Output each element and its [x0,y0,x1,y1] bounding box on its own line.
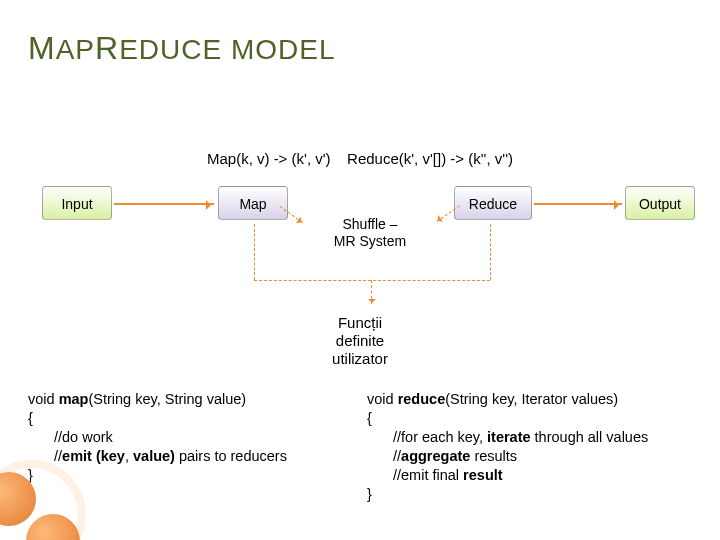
t: reduce [398,391,446,407]
t: //emit final [393,467,463,483]
reduce-signature: Reduce(k', v'[]) -> (k'', v'') [347,150,513,167]
t: { [367,410,372,426]
t: //for each key, iterate through all valu… [367,428,692,447]
input-box: Input [42,186,112,220]
t: pairs to reducers [175,448,287,464]
code-row: void map(String key, String value) { //d… [28,390,692,504]
t: } [367,486,372,502]
t: //aggregate results [367,447,692,466]
dash-bridge [254,280,490,281]
map-signature: Map(k, v) -> (k', v') [207,150,331,167]
t: emit (key [62,448,125,464]
t: //emit final result [367,466,692,485]
t: (String key, String value) [88,391,246,407]
t: // [393,448,401,464]
t: map [59,391,89,407]
t: (String key, Iterator values) [445,391,618,407]
t: iterate [487,429,531,445]
t: //emit (key, value) pairs to reducers [28,447,353,466]
t: through all values [531,429,649,445]
user-defined-label: Funcții definite utilizator [0,314,720,368]
t: //for each key, [393,429,487,445]
t: void [28,391,59,407]
title-rest: EDUCE MODEL [119,34,335,65]
title-ap: AP [56,34,95,65]
t: results [470,448,517,464]
funcdef-l2: definite [0,332,720,350]
t: value) [133,448,175,464]
dash-down-right [490,224,491,280]
slide: MAPREDUCE MODEL Map(k, v) -> (k', v') Re… [0,0,720,540]
funcdef-l3: utilizator [0,350,720,368]
page-title: MAPREDUCE MODEL [28,30,692,67]
reduce-code: void reduce(String key, Iterator values)… [367,390,692,504]
dash-arrow-down [371,280,372,304]
t: { [28,410,33,426]
shuffle-l1: Shuffle – [294,216,446,233]
arrow-input-map [114,203,214,205]
t: , [125,448,133,464]
flow-diagram: Input Map Reduce Output Shuffle – MR Sys… [0,186,720,252]
output-box: Output [625,186,695,220]
reduce-box: Reduce [454,186,532,220]
arrow-reduce-output [534,203,622,205]
t: // [54,448,62,464]
dash-down-left [254,224,255,280]
map-box: Map [218,186,288,220]
t: void [367,391,398,407]
t: //do work [28,428,353,447]
shuffle-l2: MR System [294,233,446,250]
title-cap-m: M [28,30,56,66]
shuffle-label: Shuffle – MR System [294,216,446,250]
signature-row: Map(k, v) -> (k', v') Reduce(k', v'[]) -… [0,150,720,168]
t: result [463,467,503,483]
title-cap-r: R [95,30,119,66]
funcdef-l1: Funcții [0,314,720,332]
t: aggregate [401,448,470,464]
